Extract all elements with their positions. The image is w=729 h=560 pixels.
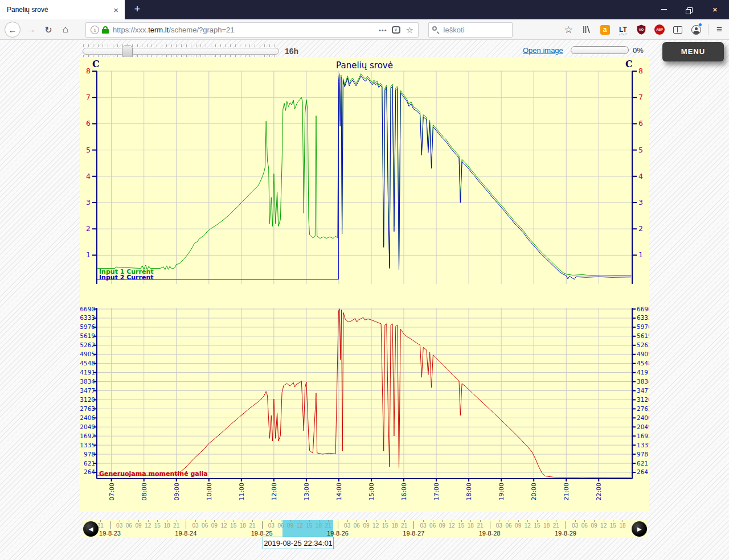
timeline-hour-tick xyxy=(290,520,291,522)
page-actions-icon[interactable]: ••• xyxy=(379,27,387,34)
pocket-icon[interactable]: ∨ xyxy=(392,26,400,34)
window-minimize-button[interactable] xyxy=(651,0,677,19)
save-to-bookmarks-button[interactable]: ☆ xyxy=(560,22,576,38)
tab-title: Panelių srovė xyxy=(7,6,112,14)
url-domain: term.lt xyxy=(148,26,169,34)
open-menu-button[interactable]: ≡ xyxy=(711,19,728,40)
open-image-link[interactable]: Open image xyxy=(523,46,563,55)
timeline-day-separator xyxy=(186,521,186,529)
search-box[interactable] xyxy=(428,22,513,38)
home-button[interactable]: ⌂ xyxy=(58,19,73,40)
timeline-day-separator xyxy=(262,521,263,529)
timeline-hour-tick xyxy=(347,520,348,522)
timeline-date-label[interactable]: 19-8-29 xyxy=(543,530,588,537)
timeline-hour-label[interactable]: 21 xyxy=(399,522,410,529)
series-label-input2: Input 2 Current xyxy=(99,274,154,281)
y-tick-label: 3477 xyxy=(80,387,95,394)
timeline-hour-tick xyxy=(527,520,528,522)
timeline-hour-tick xyxy=(357,520,357,522)
timeline-hour-tick xyxy=(404,520,405,522)
timeline-hour-tick xyxy=(575,520,576,522)
reload-button[interactable]: ↻ xyxy=(41,19,56,40)
timeline-hour-label[interactable]: 21 xyxy=(247,522,258,529)
sidebar-toggle-button[interactable] xyxy=(670,22,686,38)
address-bar[interactable]: i https://xxx.term.lt/scheme/?graph=21 •… xyxy=(85,22,419,38)
timeline-hour-tick xyxy=(300,520,300,522)
timeline-date-label[interactable]: 19-8-26 xyxy=(315,530,361,537)
timeline-date-label[interactable]: 19-8-25 xyxy=(239,530,285,537)
bookmark-star-icon[interactable]: ☆ xyxy=(406,25,413,35)
back-button[interactable]: ← xyxy=(3,19,22,40)
library-icon xyxy=(582,25,591,34)
page-info-icon[interactable]: i xyxy=(91,26,99,34)
tab-close-icon[interactable]: × xyxy=(112,6,120,14)
timeline-hour-tick xyxy=(423,520,424,522)
x-tick-label: 16:00 xyxy=(400,483,408,501)
timeline-hour-label[interactable]: 21 xyxy=(550,522,562,529)
progress-bar xyxy=(571,46,629,54)
timeline-date-label[interactable]: 19-8-28 xyxy=(467,530,513,537)
y-tick-label: 3834 xyxy=(80,378,95,385)
url-protocol: https:// xyxy=(113,26,135,34)
y-tick-label: 8 xyxy=(638,67,643,75)
timeline-day-separator xyxy=(338,521,338,529)
timeline-hour-tick xyxy=(613,520,613,522)
extension-languagetool-button[interactable]: LT xyxy=(615,22,631,38)
timeline-hour-label[interactable]: 18 xyxy=(617,522,628,529)
timeline-date-label[interactable]: 19-8-27 xyxy=(391,530,436,537)
timeline-hour-tick xyxy=(243,520,243,522)
new-tab-button[interactable]: + xyxy=(130,2,145,17)
y-tick-label: 6333 xyxy=(637,314,649,321)
timeline-hour-label[interactable]: 21 xyxy=(474,522,486,529)
url-text[interactable]: https://xxx.term.lt/scheme/?graph=21 xyxy=(113,26,374,34)
extension-amazon-button[interactable]: a xyxy=(597,22,613,38)
time-window-slider[interactable] xyxy=(83,48,279,55)
x-tick-label: 14:00 xyxy=(335,483,343,501)
timeline-hour-tick xyxy=(214,520,215,522)
window-close-button[interactable]: × xyxy=(702,0,728,19)
y-tick-label: 3 xyxy=(638,198,643,207)
timeline-hour-tick xyxy=(328,520,329,522)
y-tick-label: 4191 xyxy=(637,369,649,376)
timeline-hour-label[interactable]: 21 xyxy=(171,522,182,529)
timeline-hour-tick xyxy=(167,520,167,522)
extension-ublock-button[interactable]: UO xyxy=(633,22,649,38)
hamburger-icon: ≡ xyxy=(716,24,722,35)
timeline-hour-tick xyxy=(205,520,206,522)
y-tick-label: 7 xyxy=(638,93,643,101)
y-tick-label: 2 xyxy=(86,224,91,233)
y-tick-label: 4191 xyxy=(80,369,95,376)
y-tick-label: 4548 xyxy=(80,360,95,367)
timeline-prev-button[interactable]: ◀ xyxy=(83,521,99,537)
browser-titlebar: Panelių srovė × + × xyxy=(0,0,729,19)
timeline-hour-tick xyxy=(556,520,556,522)
menu-button[interactable]: MENU xyxy=(662,42,724,61)
timeline-next-button[interactable]: ▶ xyxy=(632,521,647,537)
account-button[interactable] xyxy=(688,22,704,38)
timeline-day-separator xyxy=(110,521,110,529)
y-tick-label: 621 xyxy=(84,460,95,467)
y-tick-label: 6690 xyxy=(637,306,649,312)
library-button[interactable] xyxy=(579,22,595,38)
extension-abp-button[interactable]: ABP xyxy=(652,22,667,38)
forward-button[interactable]: → xyxy=(24,19,39,40)
timeline-date-label[interactable]: 19-8-24 xyxy=(163,530,208,537)
minimize-icon xyxy=(661,9,667,10)
search-input[interactable] xyxy=(443,26,500,34)
timeline-hour-tick xyxy=(594,520,595,522)
timeline-hour-tick xyxy=(547,520,547,522)
timeline-hour-tick xyxy=(518,520,519,522)
y-tick-label: 5 xyxy=(638,146,643,154)
y-tick-label: 6 xyxy=(638,119,643,127)
timeline-day-separator xyxy=(566,521,566,529)
https-lock-icon[interactable] xyxy=(102,26,109,34)
timeline-hour-label[interactable]: 21 xyxy=(322,522,334,529)
timeline-hour-tick xyxy=(234,520,234,522)
window-restore-button[interactable] xyxy=(677,0,702,19)
browser-tab[interactable]: Panelių srovė × xyxy=(0,0,125,19)
y-tick-label: 978 xyxy=(84,451,95,458)
x-tick-label: 11:00 xyxy=(238,483,245,501)
x-tick-label: 15:00 xyxy=(368,483,375,501)
timeline-navigator[interactable]: 2119-8-230306091215182119-8-240306091215… xyxy=(83,520,648,538)
slider-handle[interactable] xyxy=(122,45,133,58)
